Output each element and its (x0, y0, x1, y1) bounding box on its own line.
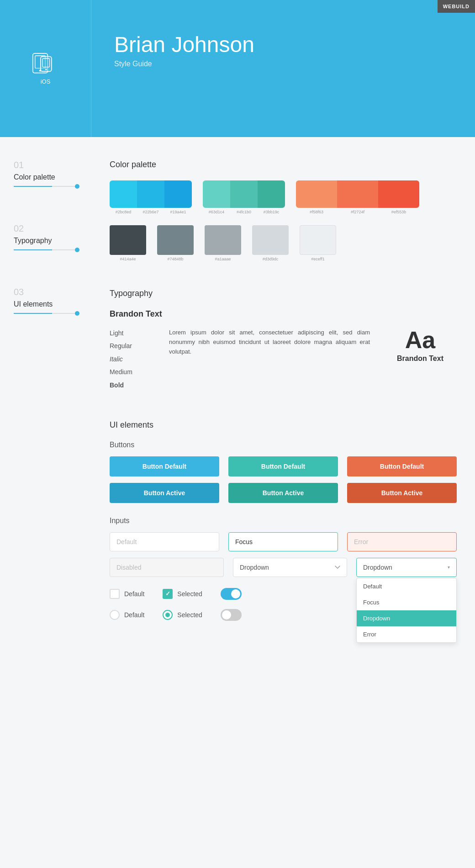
color-palette-title: Color palette (110, 160, 457, 169)
font-name: Brandon Text (110, 309, 457, 319)
swatch-4fc1b0 (230, 180, 258, 208)
weight-medium: Medium (110, 367, 155, 377)
checkbox-checked-box[interactable]: ✓ (163, 589, 173, 599)
code-63d1c4: #63d1c4 (203, 210, 230, 214)
code-f2724f: #f2724f (337, 210, 378, 214)
btn-orange-default[interactable]: Button Default (347, 456, 457, 476)
btn-blue-active[interactable]: Button Active (110, 483, 219, 503)
sidebar-num-1: 01 (14, 160, 78, 170)
sidebar-line-3 (14, 313, 78, 314)
toggle-on-item (221, 588, 242, 600)
toggle-off-item (221, 609, 242, 621)
dropdown-open-trigger[interactable]: Dropdown ▾ (356, 558, 457, 577)
checkbox-selected-label: Selected (177, 590, 202, 598)
type-preview-label: Brandon Text (384, 355, 457, 363)
code-414a4e: #414a4e (120, 257, 136, 261)
sidebar-section-3: 03 UI elements (14, 287, 78, 314)
dropdown-item-dropdown[interactable]: Dropdown (357, 610, 456, 626)
sidebar-label-3: UI elements (14, 300, 78, 308)
orange-labels: #f58f63 #f2724f #ef553b (296, 210, 419, 214)
weight-bold: Bold (110, 380, 155, 390)
code-74848b: #74848b (167, 257, 183, 261)
checkbox-unchecked[interactable] (110, 589, 120, 599)
teal-labels: #63d1c4 #4fc1b0 #3bb19c (203, 210, 285, 214)
sidebar-num-2: 02 (14, 223, 78, 234)
ios-label: iOS (41, 78, 51, 85)
dropdown-chevron-icon: ▾ (448, 565, 450, 570)
svg-point-5 (45, 69, 47, 70)
swatch-74848b (157, 225, 194, 255)
color-group-orange: #f58f63 #f2724f #ef553b (296, 180, 419, 214)
radio-selected-label: Selected (177, 611, 202, 619)
code-22b6e7: #22b6e7 (137, 210, 164, 214)
input-row-2: Dropdown Default Focus Dropdown Error Dr… (110, 558, 457, 577)
type-preview-big: Aa (384, 328, 457, 352)
dropdown-open-wrapper: Dropdown ▾ Default Focus Dropdown Error (356, 558, 457, 577)
header: WEBUILD iOS Brian Johnson Style Guide (0, 0, 475, 137)
dropdown-item-default[interactable]: Default (357, 578, 456, 594)
brand-label: WEBUILD (438, 0, 475, 13)
code-2bc8ed: #2bc8ed (110, 210, 137, 214)
button-row-active: Button Active Button Active Button Activ… (110, 483, 457, 503)
button-row-default: Button Default Button Default Button Def… (110, 456, 457, 476)
type-preview: Aa Brandon Text (384, 328, 457, 363)
radio-selected: Selected (163, 610, 202, 620)
code-3bb19c: #3bb19c (258, 210, 285, 214)
input-focus[interactable] (228, 532, 338, 551)
swatch-f2724f (337, 180, 378, 208)
toggle-off[interactable] (221, 609, 242, 621)
btn-teal-default[interactable]: Button Default (228, 456, 338, 476)
main-content: 01 Color palette 02 Typography 03 UI ele… (0, 137, 475, 868)
code-19a4e1: #19a4e1 (164, 210, 192, 214)
btn-blue-default[interactable]: Button Default (110, 456, 219, 476)
typography-section: Typography Brandon Text Light Regular It… (110, 289, 457, 393)
checkbox-default-label: Default (124, 590, 144, 598)
swatch-19a4e1 (164, 180, 192, 208)
typography-title: Typography (110, 289, 457, 298)
sidebar-num-3: 03 (14, 287, 78, 297)
toggle-on[interactable] (221, 588, 242, 600)
select-dropdown[interactable]: Dropdown Default Focus Dropdown Error (233, 558, 347, 577)
sidebar-line-2 (14, 249, 78, 250)
input-disabled (110, 558, 224, 577)
swatch-f58f63 (296, 180, 337, 208)
code-f58f63: #f58f63 (296, 210, 337, 214)
code-d3d9dc: #d3d9dc (263, 257, 279, 261)
dropdown-item-error[interactable]: Error (357, 626, 456, 642)
weight-light: Light (110, 328, 155, 338)
code-a1aaae: #a1aaae (215, 257, 231, 261)
ui-elements-title: UI elements (110, 420, 457, 430)
inputs-subsection: Inputs Dropdown Default Focus (110, 517, 457, 621)
single-swatch-row: #414a4e #74848b #a1aaae #d3d9dc #eceff1 (110, 225, 457, 261)
swatch-63d1c4 (203, 180, 230, 208)
swatch-2bc8ed (110, 180, 137, 208)
code-4fc1b0: #4fc1b0 (230, 210, 258, 214)
type-weights: Light Regular Italic Medium Bold (110, 328, 155, 393)
btn-teal-active[interactable]: Button Active (228, 483, 338, 503)
radio-unchecked[interactable] (110, 610, 120, 620)
teal-swatches (203, 180, 285, 208)
color-group-teal: #63d1c4 #4fc1b0 #3bb19c (203, 180, 285, 214)
color-palette-section: Color palette #2bc8ed #22b6e7 #19a4e1 (110, 160, 457, 261)
weight-regular: Regular (110, 341, 155, 351)
sidebar-section-1: 01 Color palette (14, 160, 78, 187)
btn-orange-active[interactable]: Button Active (347, 483, 457, 503)
ios-icon (32, 53, 59, 75)
dropdown-item-focus[interactable]: Focus (357, 594, 456, 610)
sidebar-line-1 (14, 186, 78, 187)
swatch-ef553b (378, 180, 419, 208)
radio-dot (165, 613, 170, 617)
color-row-1: #2bc8ed #22b6e7 #19a4e1 #63d1c4 #4fc1b0 (110, 180, 457, 214)
buttons-subsection: Buttons Button Default Button Default Bu… (110, 441, 457, 503)
sidebar-label-2: Typography (14, 237, 78, 245)
color-group-blue: #2bc8ed #22b6e7 #19a4e1 (110, 180, 192, 214)
input-default[interactable] (110, 532, 219, 551)
ui-elements-section: UI elements Buttons Button Default Butto… (110, 420, 457, 621)
swatch-d3d9dc (252, 225, 289, 255)
single-group-1: #414a4e (110, 225, 146, 261)
input-error[interactable] (347, 532, 457, 551)
single-group-3: #a1aaae (205, 225, 241, 261)
page-subtitle: Style Guide (114, 60, 254, 68)
radio-checked[interactable] (163, 610, 173, 620)
checkbox-selected: ✓ Selected (163, 589, 202, 599)
